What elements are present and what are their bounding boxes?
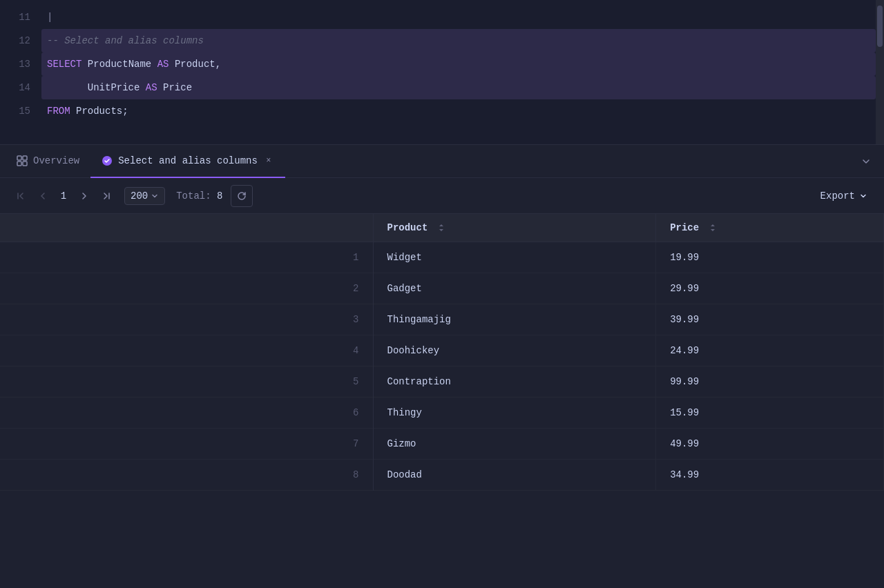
refresh-button[interactable] (231, 185, 253, 207)
code-content[interactable]: | -- Select and alias columns SELECT Pro… (41, 0, 876, 144)
row-number-cell: 4 (0, 335, 373, 366)
data-table: Product Price (0, 214, 884, 491)
page-size-selector[interactable]: 200 (124, 187, 165, 205)
price-column-header[interactable]: Price (656, 214, 884, 242)
total-label: Total: 8 (176, 190, 222, 202)
unitprice-identifier: UnitPrice (88, 76, 140, 99)
products-identifier: Products (76, 99, 122, 123)
price-cell: 99.99 (656, 366, 884, 398)
table-row: 2Gadget29.99 (0, 273, 884, 304)
row-number-cell: 1 (0, 242, 373, 273)
pagination-bar: 1 200 Total: 8 Export (0, 178, 884, 214)
from-keyword: FROM (47, 99, 70, 123)
tabs-dropdown-button[interactable] (854, 149, 878, 174)
price-cell: 29.99 (656, 273, 884, 304)
table-row: 6Thingy15.99 (0, 398, 884, 429)
product-cell: Gadget (373, 273, 656, 304)
data-table-container: Product Price (0, 214, 884, 588)
product-cell: Widget (373, 242, 656, 273)
svg-rect-0 (17, 156, 21, 160)
svg-rect-2 (17, 161, 21, 166)
line-numbers: 11 12 13 14 15 (0, 0, 41, 144)
code-editor: 11 12 13 14 15 | -- Select and alias col… (0, 0, 884, 145)
table-row: 5Contraption99.99 (0, 366, 884, 398)
price-cell: 15.99 (656, 398, 884, 429)
product-cell: Gizmo (373, 429, 656, 460)
current-page-number: 1 (55, 190, 72, 202)
code-line-13: SELECT ProductName AS Product, (41, 52, 876, 76)
row-number-cell: 2 (0, 273, 373, 304)
line-number-11: 11 (0, 6, 30, 29)
row-number-cell: 3 (0, 304, 373, 335)
table-row: 1Widget19.99 (0, 242, 884, 273)
product-cell: Doohickey (373, 335, 656, 366)
product-cell: Contraption (373, 366, 656, 398)
tab-active-label: Select and alias columns (118, 155, 258, 166)
as-keyword-1: AS (157, 52, 169, 76)
price-cell: 49.99 (656, 429, 884, 460)
table-body: 1Widget19.992Gadget29.993Thingamajig39.9… (0, 242, 884, 491)
code-line-11: | (41, 6, 876, 29)
svg-rect-3 (23, 161, 27, 166)
product-column-header[interactable]: Product (373, 214, 656, 242)
scrollbar-thumb[interactable] (877, 6, 883, 47)
comment-token: -- Select and alias columns (47, 29, 204, 52)
table-row: 7Gizmo49.99 (0, 429, 884, 460)
next-page-button[interactable] (75, 186, 94, 206)
tab-overview-label: Overview (33, 155, 79, 166)
select-keyword: SELECT (47, 52, 81, 76)
last-page-button[interactable] (97, 186, 116, 206)
table-row: 8Doodad34.99 (0, 460, 884, 491)
price-cell: 19.99 (656, 242, 884, 273)
prev-page-button[interactable] (33, 186, 52, 206)
tab-close-button[interactable]: × (263, 155, 274, 166)
page-size-value: 200 (131, 190, 148, 202)
product-cell: Thingamajig (373, 304, 656, 335)
svg-rect-1 (23, 156, 27, 160)
product-sort-icon (438, 224, 445, 232)
line-number-14: 14 (0, 76, 30, 99)
price-cell: 34.99 (656, 460, 884, 491)
price-header-label: Price (670, 222, 699, 233)
export-label: Export (820, 190, 855, 202)
row-number-cell: 5 (0, 366, 373, 398)
export-button[interactable]: Export (815, 188, 873, 204)
first-page-button[interactable] (11, 186, 30, 206)
tabs-bar: Overview Select and alias columns × (0, 145, 884, 178)
line-number-12: 12 (0, 29, 30, 52)
table-header: Product Price (0, 214, 884, 242)
price-cell: 24.99 (656, 335, 884, 366)
row-number-cell: 7 (0, 429, 373, 460)
line-number-15: 15 (0, 99, 30, 123)
productname-identifier: ProductName (88, 52, 151, 76)
tab-active[interactable]: Select and alias columns × (90, 145, 285, 178)
product-cell: Thingy (373, 398, 656, 429)
row-number-cell: 6 (0, 398, 373, 429)
product-cell: Doodad (373, 460, 656, 491)
code-line-15: FROM Products; (41, 99, 876, 123)
tab-active-icon (102, 155, 113, 166)
price-cell: 39.99 (656, 304, 884, 335)
product-header-label: Product (387, 222, 428, 233)
product-alias: Product (175, 52, 215, 76)
total-value: 8 (217, 190, 222, 202)
line-number-13: 13 (0, 52, 30, 76)
tab-overview[interactable]: Overview (6, 145, 90, 178)
code-line-12: -- Select and alias columns (41, 29, 876, 52)
price-alias: Price (163, 76, 192, 99)
row-number-cell: 8 (0, 460, 373, 491)
overview-icon (17, 155, 28, 166)
price-sort-icon (709, 224, 716, 232)
scrollbar-track[interactable] (876, 0, 884, 144)
table-row: 3Thingamajig39.99 (0, 304, 884, 335)
as-keyword-2: AS (146, 76, 157, 99)
line-cursor: | (47, 6, 52, 29)
code-line-14: UnitPrice AS Price (41, 76, 876, 99)
bottom-section: Overview Select and alias columns × (0, 145, 884, 588)
row-number-header (0, 214, 373, 242)
table-row: 4Doohickey24.99 (0, 335, 884, 366)
